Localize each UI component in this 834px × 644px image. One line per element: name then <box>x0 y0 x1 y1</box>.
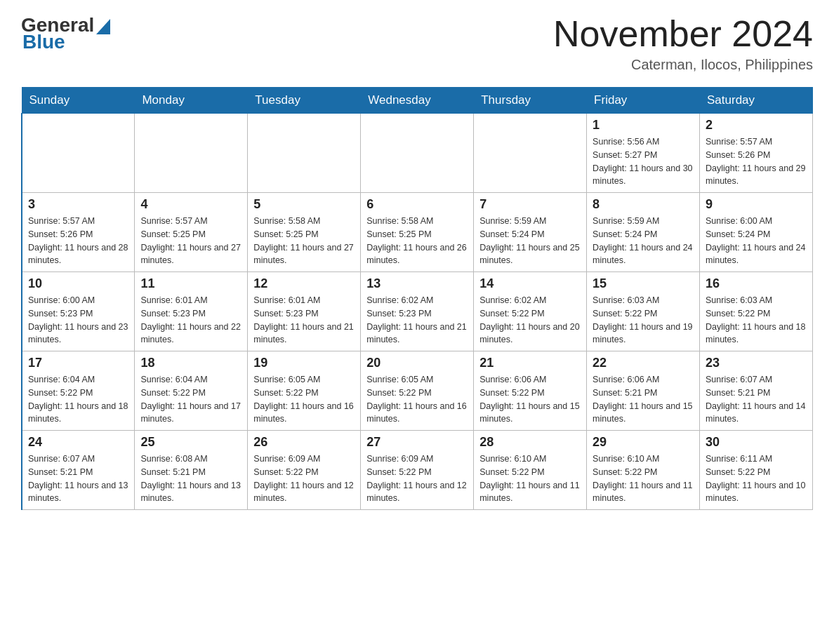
day-number: 14 <box>479 276 581 291</box>
calendar-cell-w1-d1 <box>22 114 135 193</box>
logo-text-blue: Blue <box>22 31 65 53</box>
day-info: Sunrise: 6:03 AMSunset: 5:22 PMDaylight:… <box>706 294 807 347</box>
day-info: Sunrise: 6:07 AMSunset: 5:21 PMDaylight:… <box>28 452 128 505</box>
day-number: 8 <box>593 197 694 212</box>
calendar-cell-w4-d3: 19 Sunrise: 6:05 AMSunset: 5:22 PMDaylig… <box>248 351 361 431</box>
calendar-cell-w3-d4: 13 Sunrise: 6:02 AMSunset: 5:23 PMDaylig… <box>361 272 474 351</box>
day-number: 23 <box>706 356 807 370</box>
day-number: 29 <box>593 435 694 450</box>
day-number: 19 <box>253 356 355 370</box>
calendar-week-2: 3 Sunrise: 5:57 AMSunset: 5:26 PMDayligh… <box>22 193 813 272</box>
day-info: Sunrise: 5:57 AMSunset: 5:25 PMDaylight:… <box>140 215 241 267</box>
calendar-table: Sunday Monday Tuesday Wednesday Thursday… <box>21 87 813 510</box>
calendar-cell-w2-d7: 9 Sunrise: 6:00 AMSunset: 5:24 PMDayligh… <box>700 193 813 272</box>
day-number: 1 <box>593 118 694 133</box>
calendar-cell-w2-d5: 7 Sunrise: 5:59 AMSunset: 5:24 PMDayligh… <box>474 193 587 272</box>
day-info: Sunrise: 6:06 AMSunset: 5:21 PMDaylight:… <box>593 373 694 426</box>
calendar-cell-w4-d7: 23 Sunrise: 6:07 AMSunset: 5:21 PMDaylig… <box>700 351 813 431</box>
col-saturday: Saturday <box>700 88 813 114</box>
calendar-cell-w2-d4: 6 Sunrise: 5:58 AMSunset: 5:25 PMDayligh… <box>361 193 474 272</box>
col-friday: Friday <box>587 88 700 114</box>
calendar-cell-w4-d6: 22 Sunrise: 6:06 AMSunset: 5:21 PMDaylig… <box>587 351 700 431</box>
calendar-cell-w1-d2 <box>135 114 248 193</box>
day-info: Sunrise: 6:10 AMSunset: 5:22 PMDaylight:… <box>593 452 694 505</box>
day-info: Sunrise: 6:02 AMSunset: 5:22 PMDaylight:… <box>479 294 581 347</box>
day-number: 16 <box>706 276 807 291</box>
calendar-cell-w3-d6: 15 Sunrise: 6:03 AMSunset: 5:22 PMDaylig… <box>587 272 700 351</box>
month-title: November 2024 <box>553 14 813 54</box>
calendar-week-4: 17 Sunrise: 6:04 AMSunset: 5:22 PMDaylig… <box>22 351 813 431</box>
day-info: Sunrise: 6:07 AMSunset: 5:21 PMDaylight:… <box>706 373 807 426</box>
day-info: Sunrise: 6:04 AMSunset: 5:22 PMDaylight:… <box>140 373 241 426</box>
day-number: 30 <box>706 435 807 450</box>
calendar-cell-w1-d6: 1 Sunrise: 5:56 AMSunset: 5:27 PMDayligh… <box>587 114 700 193</box>
calendar-cell-w5-d4: 27 Sunrise: 6:09 AMSunset: 5:22 PMDaylig… <box>361 431 474 510</box>
day-number: 10 <box>28 276 128 291</box>
day-number: 20 <box>366 356 468 370</box>
calendar-cell-w3-d1: 10 Sunrise: 6:00 AMSunset: 5:23 PMDaylig… <box>22 272 135 351</box>
calendar-cell-w4-d4: 20 Sunrise: 6:05 AMSunset: 5:22 PMDaylig… <box>361 351 474 431</box>
day-number: 5 <box>253 197 355 212</box>
calendar-cell-w5-d3: 26 Sunrise: 6:09 AMSunset: 5:22 PMDaylig… <box>248 431 361 510</box>
calendar-header-row: Sunday Monday Tuesday Wednesday Thursday… <box>22 88 813 114</box>
day-number: 7 <box>479 197 581 212</box>
calendar-cell-w3-d2: 11 Sunrise: 6:01 AMSunset: 5:23 PMDaylig… <box>135 272 248 351</box>
day-number: 11 <box>140 276 241 291</box>
calendar-cell-w4-d2: 18 Sunrise: 6:04 AMSunset: 5:22 PMDaylig… <box>135 351 248 431</box>
calendar-cell-w3-d7: 16 Sunrise: 6:03 AMSunset: 5:22 PMDaylig… <box>700 272 813 351</box>
page-header: General Blue November 2024 Caterman, Ilo… <box>21 14 813 73</box>
day-info: Sunrise: 5:58 AMSunset: 5:25 PMDaylight:… <box>253 215 355 267</box>
day-number: 13 <box>366 276 468 291</box>
calendar-cell-w3-d3: 12 Sunrise: 6:01 AMSunset: 5:23 PMDaylig… <box>248 272 361 351</box>
calendar-week-5: 24 Sunrise: 6:07 AMSunset: 5:21 PMDaylig… <box>22 431 813 510</box>
calendar-cell-w4-d5: 21 Sunrise: 6:06 AMSunset: 5:22 PMDaylig… <box>474 351 587 431</box>
calendar-cell-w5-d5: 28 Sunrise: 6:10 AMSunset: 5:22 PMDaylig… <box>474 431 587 510</box>
day-info: Sunrise: 5:59 AMSunset: 5:24 PMDaylight:… <box>593 215 694 267</box>
day-info: Sunrise: 6:08 AMSunset: 5:21 PMDaylight:… <box>140 452 241 505</box>
svg-marker-0 <box>96 19 110 34</box>
calendar-cell-w5-d2: 25 Sunrise: 6:08 AMSunset: 5:21 PMDaylig… <box>135 431 248 510</box>
col-monday: Monday <box>135 88 248 114</box>
calendar-cell-w2-d6: 8 Sunrise: 5:59 AMSunset: 5:24 PMDayligh… <box>587 193 700 272</box>
logo: General Blue <box>21 14 110 53</box>
day-info: Sunrise: 6:09 AMSunset: 5:22 PMDaylight:… <box>253 452 355 505</box>
calendar-week-3: 10 Sunrise: 6:00 AMSunset: 5:23 PMDaylig… <box>22 272 813 351</box>
day-number: 18 <box>140 356 241 370</box>
calendar-cell-w3-d5: 14 Sunrise: 6:02 AMSunset: 5:22 PMDaylig… <box>474 272 587 351</box>
day-number: 4 <box>140 197 241 212</box>
title-section: November 2024 Caterman, Ilocos, Philippi… <box>553 14 813 73</box>
logo-triangle-icon <box>96 19 110 34</box>
day-info: Sunrise: 5:58 AMSunset: 5:25 PMDaylight:… <box>366 215 468 267</box>
day-info: Sunrise: 5:57 AMSunset: 5:26 PMDaylight:… <box>28 215 128 267</box>
day-info: Sunrise: 6:11 AMSunset: 5:22 PMDaylight:… <box>706 452 807 505</box>
calendar-cell-w1-d3 <box>248 114 361 193</box>
col-thursday: Thursday <box>474 88 587 114</box>
day-info: Sunrise: 6:05 AMSunset: 5:22 PMDaylight:… <box>253 373 355 426</box>
day-number: 6 <box>366 197 468 212</box>
day-number: 2 <box>706 118 807 133</box>
calendar-cell-w2-d1: 3 Sunrise: 5:57 AMSunset: 5:26 PMDayligh… <box>22 193 135 272</box>
calendar-cell-w2-d3: 5 Sunrise: 5:58 AMSunset: 5:25 PMDayligh… <box>248 193 361 272</box>
calendar-cell-w2-d2: 4 Sunrise: 5:57 AMSunset: 5:25 PMDayligh… <box>135 193 248 272</box>
day-number: 24 <box>28 435 128 450</box>
day-number: 22 <box>593 356 694 370</box>
location-text: Caterman, Ilocos, Philippines <box>553 57 813 73</box>
day-info: Sunrise: 6:03 AMSunset: 5:22 PMDaylight:… <box>593 294 694 347</box>
calendar-cell-w4-d1: 17 Sunrise: 6:04 AMSunset: 5:22 PMDaylig… <box>22 351 135 431</box>
day-number: 26 <box>253 435 355 450</box>
day-info: Sunrise: 6:01 AMSunset: 5:23 PMDaylight:… <box>253 294 355 347</box>
day-info: Sunrise: 6:05 AMSunset: 5:22 PMDaylight:… <box>366 373 468 426</box>
calendar-cell-w5-d1: 24 Sunrise: 6:07 AMSunset: 5:21 PMDaylig… <box>22 431 135 510</box>
col-wednesday: Wednesday <box>361 88 474 114</box>
calendar-cell-w1-d4 <box>361 114 474 193</box>
calendar-cell-w5-d6: 29 Sunrise: 6:10 AMSunset: 5:22 PMDaylig… <box>587 431 700 510</box>
day-info: Sunrise: 6:04 AMSunset: 5:22 PMDaylight:… <box>28 373 128 426</box>
day-info: Sunrise: 6:09 AMSunset: 5:22 PMDaylight:… <box>366 452 468 505</box>
day-number: 17 <box>28 356 128 370</box>
day-number: 25 <box>140 435 241 450</box>
day-info: Sunrise: 5:56 AMSunset: 5:27 PMDaylight:… <box>593 135 694 188</box>
day-number: 12 <box>253 276 355 291</box>
day-info: Sunrise: 6:00 AMSunset: 5:24 PMDaylight:… <box>706 215 807 267</box>
calendar-cell-w1-d5 <box>474 114 587 193</box>
col-tuesday: Tuesday <box>248 88 361 114</box>
